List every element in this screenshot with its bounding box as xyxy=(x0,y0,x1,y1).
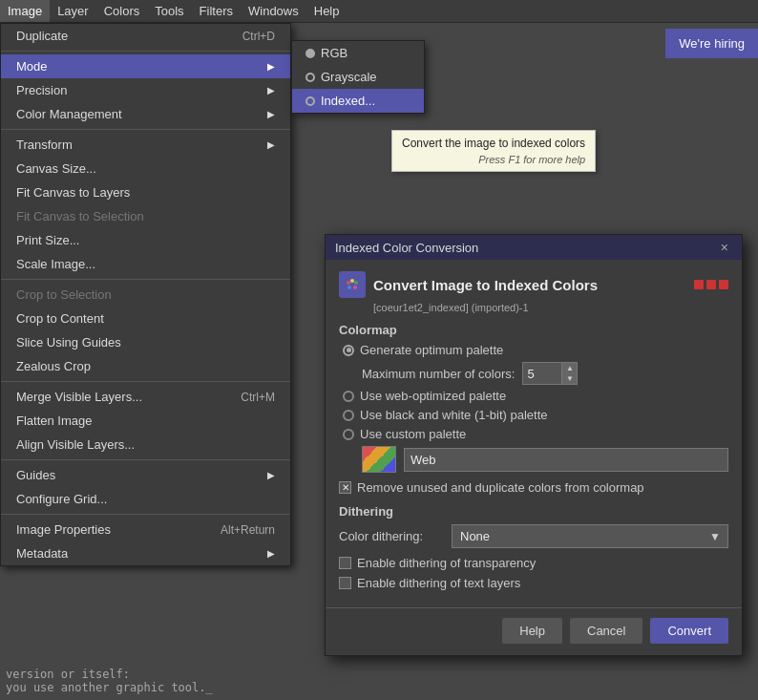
mode-indexed[interactable]: Indexed... xyxy=(292,89,424,113)
tooltip-hint: Press F1 for more help xyxy=(402,154,585,165)
menubar-help[interactable]: Help xyxy=(306,0,347,22)
red-dot-3 xyxy=(719,280,728,289)
color-dithering-select[interactable]: None FS FS Low Bleed Positioned xyxy=(452,524,728,548)
divider-3 xyxy=(1,279,290,280)
menu-flatten-image-label: Flatten Image xyxy=(16,414,93,428)
menu-canvas-size[interactable]: Canvas Size... xyxy=(1,157,290,180)
divider-1 xyxy=(1,51,290,52)
palette-name-input[interactable] xyxy=(404,448,728,472)
enable-transparency-row: Enable dithering of transparency xyxy=(339,556,728,570)
menubar-image[interactable]: Image xyxy=(0,0,50,22)
menu-fit-canvas-layers[interactable]: Fit Canvas to Layers xyxy=(1,180,290,204)
color-dithering-row: Color dithering: None FS FS Low Bleed Po… xyxy=(339,524,728,548)
svg-point-5 xyxy=(353,286,357,289)
menu-color-management[interactable]: Color Management ▶ xyxy=(1,102,290,126)
menu-precision-arrow: ▶ xyxy=(267,85,275,95)
menu-configure-grid-label: Configure Grid... xyxy=(16,492,107,506)
radio-custom-palette-input[interactable] xyxy=(343,429,354,440)
menu-duplicate-label: Duplicate xyxy=(16,29,68,43)
menu-configure-grid[interactable]: Configure Grid... xyxy=(1,487,290,511)
convert-button[interactable]: Convert xyxy=(650,618,728,644)
menu-canvas-size-label: Canvas Size... xyxy=(16,161,96,176)
menu-flatten-image[interactable]: Flatten Image xyxy=(1,409,290,433)
menubar-filters[interactable]: Filters xyxy=(192,0,241,22)
menubar-windows[interactable]: Windows xyxy=(241,0,306,22)
radio-web-optimized[interactable]: Use web-optimized palette xyxy=(343,389,728,403)
divider-2 xyxy=(1,129,290,130)
palette-row xyxy=(362,446,728,473)
colormap-radio-group: Generate optimum palette Maximum number … xyxy=(343,343,728,473)
menu-color-management-label: Color Management xyxy=(16,107,122,121)
mode-submenu: RGB Grayscale Indexed... xyxy=(291,40,425,114)
menu-crop-to-selection-label: Crop to Selection xyxy=(16,287,112,302)
red-dot-1 xyxy=(694,280,704,289)
hiring-button[interactable]: We're hiring xyxy=(665,29,758,58)
dialog-close-button[interactable]: × xyxy=(717,240,732,255)
mode-indexed-radio xyxy=(305,96,315,106)
spinner-up[interactable]: ▲ xyxy=(561,363,577,373)
radio-bw-palette[interactable]: Use black and white (1-bit) palette xyxy=(343,408,728,422)
menu-zealous-crop[interactable]: Zealous Crop xyxy=(1,354,290,378)
radio-bw-palette-input[interactable] xyxy=(343,410,354,421)
mode-rgb-radio xyxy=(305,49,315,58)
dialog-convert-title: Convert Image to Indexed Colors xyxy=(373,277,598,293)
menu-align-visible[interactable]: Align Visible Layers... xyxy=(1,433,290,456)
divider-4 xyxy=(1,381,290,382)
menubar-colors[interactable]: Colors xyxy=(96,0,148,22)
red-dot-2 xyxy=(706,280,716,289)
menu-slice-guides-label: Slice Using Guides xyxy=(16,335,121,350)
menu-guides-arrow: ▶ xyxy=(267,470,275,480)
max-colors-input[interactable] xyxy=(523,365,561,383)
menu-metadata[interactable]: Metadata ▶ xyxy=(1,541,290,565)
indexed-tooltip: Convert the image to indexed colors Pres… xyxy=(391,130,596,172)
palette-swatch xyxy=(362,446,396,473)
palette-icon xyxy=(344,276,361,293)
mode-rgb[interactable]: RGB xyxy=(292,41,424,65)
menubar-tools[interactable]: Tools xyxy=(147,0,191,22)
mode-grayscale[interactable]: Grayscale xyxy=(292,65,424,89)
enable-text-layers-checkbox[interactable] xyxy=(339,577,351,589)
menu-mode-arrow: ▶ xyxy=(267,61,275,72)
menu-precision[interactable]: Precision ▶ xyxy=(1,78,290,102)
menubar: Image Layer Colors Tools Filters Windows… xyxy=(0,0,758,23)
radio-generate-optimum-input[interactable] xyxy=(343,345,354,356)
menu-guides-label: Guides xyxy=(16,468,55,482)
menu-crop-to-content[interactable]: Crop to Content xyxy=(1,307,290,330)
menu-duplicate[interactable]: Duplicate Ctrl+D xyxy=(1,24,290,48)
help-button[interactable]: Help xyxy=(502,618,562,644)
radio-generate-optimum-label: Generate optimum palette xyxy=(360,343,503,357)
gimp-bottom-line1: version or itself: xyxy=(6,668,300,681)
menu-merge-visible[interactable]: Merge Visible Layers... Ctrl+M xyxy=(1,385,290,409)
menu-merge-visible-label: Merge Visible Layers... xyxy=(16,390,142,404)
mode-grayscale-label: Grayscale xyxy=(321,70,377,84)
svg-point-2 xyxy=(350,279,354,283)
menu-mode[interactable]: Mode ▶ xyxy=(1,54,290,78)
radio-custom-palette[interactable]: Use custom palette xyxy=(343,427,728,441)
menu-align-visible-label: Align Visible Layers... xyxy=(16,437,135,452)
radio-generate-optimum[interactable]: Generate optimum palette xyxy=(343,343,728,357)
menu-transform[interactable]: Transform ▶ xyxy=(1,133,290,157)
menu-slice-guides[interactable]: Slice Using Guides xyxy=(1,330,290,354)
menu-crop-to-content-label: Crop to Content xyxy=(16,311,104,326)
tooltip-text: Convert the image to indexed colors xyxy=(402,137,585,150)
cancel-button[interactable]: Cancel xyxy=(570,618,642,644)
menu-scale-image[interactable]: Scale Image... xyxy=(1,252,290,276)
menu-image-properties[interactable]: Image Properties Alt+Return xyxy=(1,518,290,541)
menu-metadata-arrow: ▶ xyxy=(267,548,275,559)
menu-fit-canvas-selection-label: Fit Canvas to Selection xyxy=(16,209,144,223)
menu-image-properties-label: Image Properties xyxy=(16,522,111,537)
menu-print-size[interactable]: Print Size... xyxy=(1,228,290,252)
radio-web-optimized-input[interactable] xyxy=(343,391,354,402)
menu-scale-image-label: Scale Image... xyxy=(16,257,95,271)
spinner-down[interactable]: ▼ xyxy=(561,373,577,384)
radio-bw-palette-label: Use black and white (1-bit) palette xyxy=(360,408,548,422)
max-colors-row: Maximum number of colors: ▲ ▼ xyxy=(362,362,728,385)
enable-transparency-checkbox[interactable] xyxy=(339,557,351,569)
gimp-bottom-text: version or itself: you use another graph… xyxy=(0,662,305,700)
menu-transform-arrow: ▶ xyxy=(267,139,275,150)
gimp-bottom-line2: you use another graphic tool._ xyxy=(6,681,300,694)
menu-duplicate-shortcut: Ctrl+D xyxy=(223,30,275,43)
menubar-layer[interactable]: Layer xyxy=(50,0,96,22)
remove-unused-checkbox[interactable] xyxy=(339,481,351,494)
menu-guides[interactable]: Guides ▶ xyxy=(1,463,290,487)
